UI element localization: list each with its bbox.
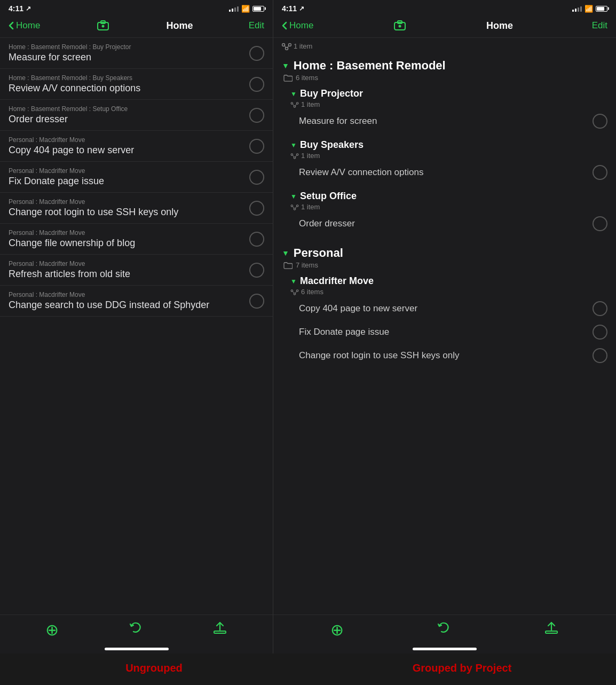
subgroup-setup-office-item-0[interactable]: Order dresser xyxy=(290,212,616,235)
svg-line-20 xyxy=(293,155,294,156)
task-checkbox-3[interactable] xyxy=(249,139,264,154)
status-bar-left: 4:11 ↗ 📶 xyxy=(0,0,273,15)
task-info-8: Personal : Macdrifter Move Change search… xyxy=(9,291,243,311)
macdrifter-task-2: Change root login to use SSH keys only xyxy=(299,350,460,361)
dependency-icon-macdrifter xyxy=(290,289,299,295)
subgroup-setup-office-header[interactable]: ▼ Setup Office xyxy=(282,188,616,202)
task-item-1[interactable]: Home : Basement Remodel : Buy Speakers R… xyxy=(0,69,273,100)
phone-grouped: 4:11 ↗ 📶 Ho xyxy=(273,0,616,653)
subgroup-macdrifter-move: ▼ Macdrifter Move 6 items xyxy=(282,269,616,367)
task-item-0[interactable]: Home : Basement Remodel : Buy Projector … xyxy=(0,38,273,69)
subgroup-setup-office: ▼ Setup Office 1 item xyxy=(282,184,616,235)
dependency-icon-speakers xyxy=(290,153,299,159)
svg-rect-32 xyxy=(546,631,557,633)
task-title-8: Change search to use DDG instead of Sphy… xyxy=(9,300,243,311)
svg-point-28 xyxy=(296,289,298,291)
task-checkbox-8[interactable] xyxy=(249,294,264,309)
task-checkbox-7[interactable] xyxy=(249,263,264,278)
home-indicator-left xyxy=(105,648,169,650)
subgroup-macdrifter-item-1[interactable]: Fix Donate page issue xyxy=(290,320,616,344)
task-info-6: Personal : Macdrifter Move Change file o… xyxy=(9,229,243,249)
svg-point-23 xyxy=(296,204,298,206)
edit-button-left[interactable]: Edit xyxy=(249,20,264,31)
task-checkbox-1[interactable] xyxy=(249,77,264,92)
svg-point-14 xyxy=(294,105,295,107)
subgroup-macdrifter-item-2[interactable]: Change root login to use SSH keys only xyxy=(290,344,616,367)
subgroup-buy-speakers-title: Buy Speakers xyxy=(300,139,364,151)
task-item-4[interactable]: Personal : Macdrifter Move Fix Donate pa… xyxy=(0,162,273,193)
office-checkbox-0[interactable] xyxy=(593,216,607,231)
phones-container: 4:11 ↗ 📶 Ho xyxy=(0,0,616,653)
nav-bar-right: Home Home Edit xyxy=(273,15,616,38)
dependency-icon-top xyxy=(282,43,291,50)
back-button-right[interactable]: Home xyxy=(282,20,313,31)
task-title-1: Review A/V connection options xyxy=(9,83,243,94)
subgroup-macdrifter-title: Macdrifter Move xyxy=(300,275,374,287)
subgroup-setup-office-meta: 1 item xyxy=(282,202,616,212)
subgroup-buy-speakers-header[interactable]: ▼ Buy Speakers xyxy=(282,137,616,151)
task-checkbox-6[interactable] xyxy=(249,232,264,247)
task-item-6[interactable]: Personal : Macdrifter Move Change file o… xyxy=(0,224,273,255)
nav-title-left: Home xyxy=(167,20,193,32)
svg-line-16 xyxy=(295,104,296,105)
speakers-checkbox-0[interactable] xyxy=(593,165,607,180)
task-breadcrumb-4: Personal : Macdrifter Move xyxy=(9,167,243,175)
task-item-2[interactable]: Home : Basement Remodel : Setup Office O… xyxy=(0,100,273,131)
task-info-7: Personal : Macdrifter Move Refresh artic… xyxy=(9,260,243,280)
task-info-4: Personal : Macdrifter Move Fix Donate pa… xyxy=(9,167,243,187)
task-info-3: Personal : Macdrifter Move Copy 404 page… xyxy=(9,136,243,156)
toolbar-left: ⊕ xyxy=(0,615,273,645)
task-item-5[interactable]: Personal : Macdrifter Move Change root l… xyxy=(0,193,273,224)
top-item-count: 1 item xyxy=(294,42,312,50)
task-item-8[interactable]: Personal : Macdrifter Move Change search… xyxy=(0,286,273,317)
task-item-3[interactable]: Personal : Macdrifter Move Copy 404 page… xyxy=(0,131,273,162)
subgroup-buy-projector-item-0[interactable]: Measure for screen xyxy=(290,109,616,133)
edit-button-right[interactable]: Edit xyxy=(592,20,607,31)
subgroup-setup-office-count: 1 item xyxy=(301,203,320,211)
task-checkbox-2[interactable] xyxy=(249,108,264,123)
group-personal-header[interactable]: ▼ Personal 7 items xyxy=(273,240,616,269)
svg-point-27 xyxy=(291,289,293,291)
macdrifter-checkbox-0[interactable] xyxy=(593,301,607,316)
task-checkbox-5[interactable] xyxy=(249,201,264,216)
task-breadcrumb-0: Home : Basement Remodel : Buy Projector xyxy=(9,43,243,51)
upload-button-right[interactable] xyxy=(544,620,559,639)
task-breadcrumb-6: Personal : Macdrifter Move xyxy=(9,229,243,237)
group-personal-meta: 7 items xyxy=(282,261,607,269)
upload-button-left[interactable] xyxy=(212,620,227,639)
projector-checkbox-0[interactable] xyxy=(593,114,607,129)
task-item-7[interactable]: Personal : Macdrifter Move Refresh artic… xyxy=(0,255,273,286)
subgroup-buy-projector-title: Buy Projector xyxy=(300,88,363,99)
task-checkbox-0[interactable] xyxy=(249,46,264,61)
back-label-right: Home xyxy=(289,20,313,31)
svg-line-25 xyxy=(293,206,294,208)
svg-point-29 xyxy=(294,293,295,294)
subgroup-buy-speakers-item-0[interactable]: Review A/V connection options xyxy=(290,161,616,184)
svg-point-18 xyxy=(296,153,298,155)
dependency-icon-office xyxy=(290,204,299,210)
undo-button-left[interactable] xyxy=(128,620,143,639)
task-checkbox-4[interactable] xyxy=(249,170,264,185)
task-breadcrumb-8: Personal : Macdrifter Move xyxy=(9,291,243,298)
macdrifter-checkbox-2[interactable] xyxy=(593,348,607,363)
svg-point-7 xyxy=(282,43,285,46)
svg-line-26 xyxy=(295,206,296,208)
task-breadcrumb-3: Personal : Macdrifter Move xyxy=(9,136,243,144)
subgroup-macdrifter-item-0[interactable]: Copy 404 page to new server xyxy=(290,297,616,320)
group-basement-remodel-header[interactable]: ▼ Home : Basement Remodel 6 items xyxy=(273,52,616,82)
add-button-right[interactable]: ⊕ xyxy=(330,620,344,639)
add-button-left[interactable]: ⊕ xyxy=(45,620,59,639)
footer-label-ungrouped: Ungrouped xyxy=(0,662,308,674)
subgroup-macdrifter-header[interactable]: ▼ Macdrifter Move xyxy=(282,273,616,287)
folder-icon-personal xyxy=(283,262,293,269)
svg-rect-3 xyxy=(214,631,226,633)
subgroup-buy-projector-header[interactable]: ▼ Buy Projector xyxy=(282,86,616,99)
back-button-left[interactable]: Home xyxy=(9,20,40,31)
undo-button-right[interactable] xyxy=(436,620,451,639)
signal-icon-right xyxy=(572,5,582,12)
triangle-icon-basement: ▼ xyxy=(282,61,289,70)
nav-center-icon-left xyxy=(96,18,110,33)
nav-bar-left: Home Home Edit xyxy=(0,15,273,38)
group-personal-count: 7 items xyxy=(296,261,318,269)
macdrifter-checkbox-1[interactable] xyxy=(593,325,607,340)
